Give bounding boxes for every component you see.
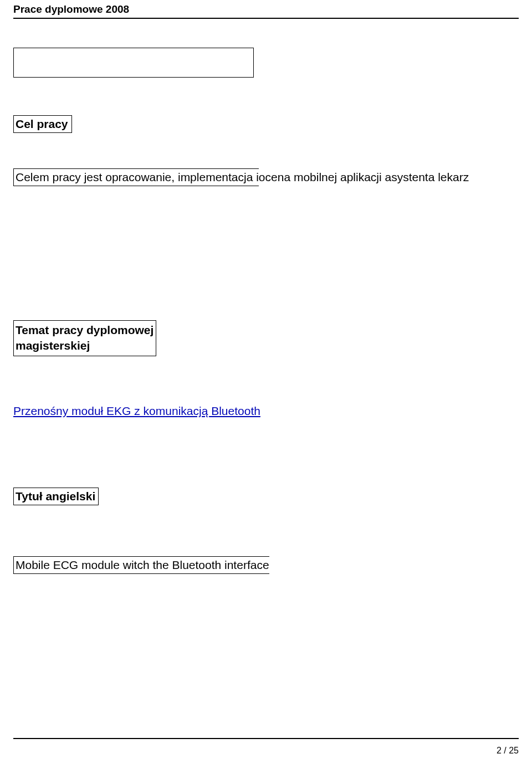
cel-pracy-label: Cel pracy [13,115,72,133]
page-number: 2 / 25 [497,746,519,756]
empty-cell [13,48,254,78]
cel-pracy-text-overflow: ocena mobilnej aplikacji asystenta lekar… [259,168,469,186]
cel-pracy-text-row: Celem pracy jest opracowanie, implementa… [13,168,469,186]
temat-label-line1: Temat pracy dyplomowej [16,324,154,336]
header-rule [13,18,519,19]
english-title-text: Mobile ECG module witch the Bluetooth in… [13,556,269,574]
tytul-angielski-label: Tytuł angielski [13,488,99,505]
thesis-title-link[interactable]: Przenośny moduł EKG z komunikacją Blueto… [13,404,260,417]
temat-label: Temat pracy dyplomowej magisterskiej [13,320,156,356]
footer-rule [13,738,519,739]
cel-pracy-text-boxed: Celem pracy jest opracowanie, implementa… [13,168,259,186]
temat-label-line2: magisterskiej [16,339,90,352]
thesis-link-container: Przenośny moduł EKG z komunikacją Blueto… [13,404,260,418]
page-header-title: Prace dyplomowe 2008 [13,3,129,16]
